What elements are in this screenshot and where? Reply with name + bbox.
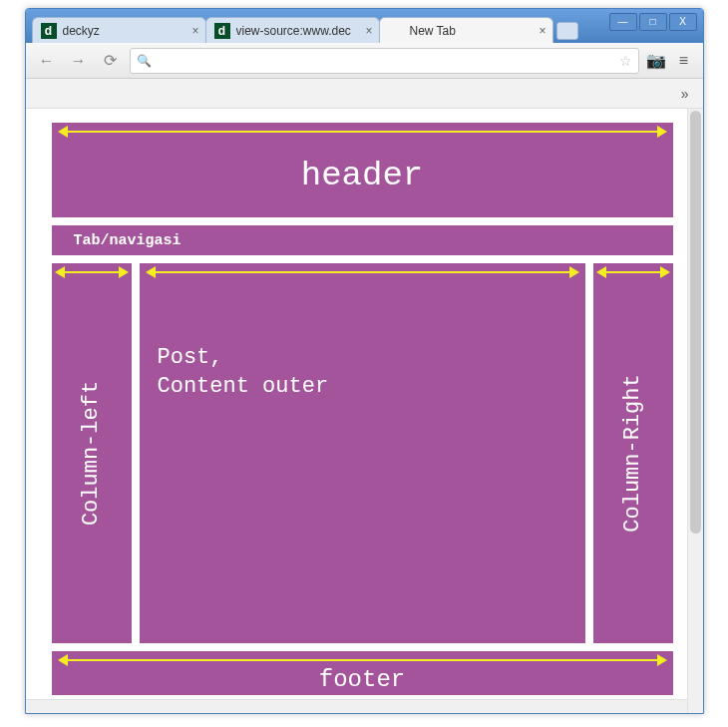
close-icon[interactable]: × — [533, 24, 546, 38]
maximize-button[interactable]: □ — [639, 13, 667, 31]
content-label: Post, Content outer — [158, 345, 329, 399]
vertical-scrollbar[interactable] — [687, 109, 703, 713]
tab-deckyz[interactable]: d deckyz × — [32, 17, 206, 43]
tab-title: New Tab — [410, 24, 456, 38]
header-label: header — [301, 157, 423, 194]
close-window-button[interactable]: X — [669, 13, 697, 31]
layout-nav-block: Tab/navigasi — [52, 225, 673, 255]
width-arrow-icon — [55, 267, 129, 277]
close-icon[interactable]: × — [185, 24, 198, 38]
layout-content-outer: Post, Content outer — [140, 263, 585, 643]
horizontal-scrollbar[interactable] — [26, 699, 687, 713]
width-arrow-icon — [58, 127, 667, 137]
close-icon[interactable]: × — [359, 24, 372, 38]
bookmarks-bar: » — [26, 79, 703, 109]
content-viewport: header Tab/navigasi Column-left Post, Co… — [26, 109, 703, 713]
favicon-icon: d — [214, 23, 230, 39]
search-icon: 🔍 — [137, 54, 152, 68]
page-content: header Tab/navigasi Column-left Post, Co… — [26, 109, 687, 699]
window-controls: — □ X — [609, 13, 697, 31]
nav-label: Tab/navigasi — [74, 232, 182, 249]
back-button[interactable]: ← — [34, 48, 60, 74]
width-arrow-icon — [146, 267, 579, 277]
layout-column-right: Column-Right — [593, 263, 673, 643]
tab-new-tab[interactable]: New Tab × — [379, 17, 553, 43]
titlebar: d deckyz × d view-source:www.dec × New T… — [26, 9, 703, 43]
tabstrip: d deckyz × d view-source:www.dec × New T… — [32, 15, 578, 43]
menu-icon[interactable]: ≡ — [673, 52, 695, 70]
camera-icon[interactable]: 📷 — [645, 51, 667, 70]
overflow-chevron-icon[interactable]: » — [681, 86, 689, 102]
width-arrow-icon — [58, 655, 667, 665]
favicon-icon — [388, 23, 404, 39]
layout-columns-row: Column-left Post, Content outer Column-R… — [52, 263, 673, 643]
address-input[interactable] — [158, 53, 613, 68]
layout-header-block: header — [52, 123, 673, 217]
minimize-button[interactable]: — — [609, 13, 637, 31]
browser-window: d deckyz × d view-source:www.dec × New T… — [25, 8, 704, 714]
reload-button[interactable]: ⟳ — [98, 48, 124, 74]
tab-title: view-source:www.dec — [236, 24, 351, 38]
forward-button[interactable]: → — [66, 48, 92, 74]
column-left-label: Column-left — [79, 381, 104, 526]
new-tab-button[interactable] — [556, 22, 578, 40]
width-arrow-icon — [596, 267, 670, 277]
column-right-label: Column-Right — [620, 374, 645, 532]
omnibox[interactable]: 🔍 ☆ — [130, 48, 639, 74]
tab-view-source[interactable]: d view-source:www.dec × — [205, 17, 380, 43]
scrollbar-thumb[interactable] — [690, 111, 701, 534]
footer-label: footer — [319, 666, 405, 693]
tab-title: deckyz — [63, 24, 100, 38]
bookmark-star-icon[interactable]: ☆ — [619, 53, 632, 69]
toolbar: ← → ⟳ 🔍 ☆ 📷 ≡ — [26, 43, 703, 79]
favicon-icon: d — [41, 23, 57, 39]
layout-footer-block: footer — [52, 651, 673, 695]
layout-column-left: Column-left — [52, 263, 132, 643]
